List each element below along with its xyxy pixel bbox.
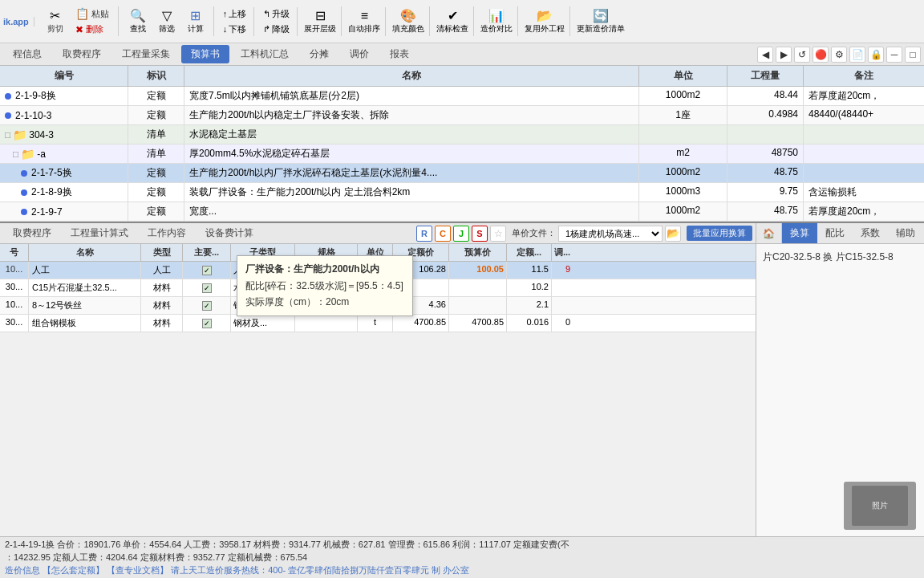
lower-td-type: 材料	[141, 315, 183, 332]
rp-tab-convert[interactable]: 换算	[782, 223, 817, 243]
col-header-id: 编号	[0, 66, 128, 86]
tab-materials[interactable]: 工料机汇总	[231, 45, 298, 63]
check-button[interactable]: ✔ 清标检查	[432, 6, 474, 36]
row-name: 宽度7.5ml以内摊铺机铺筑底基层(分2层)	[184, 87, 639, 105]
rp-tab-ratio[interactable]: 配比	[817, 223, 853, 243]
table-row[interactable]: 2-1-9-7 定额 宽度... 1000m2 48.75 若厚度超20cm，	[0, 202, 924, 222]
row-tag: 定额	[128, 164, 184, 182]
rp-tab-coeff[interactable]: 系数	[853, 223, 888, 243]
lower-tab-work-content[interactable]: 工作内容	[138, 225, 196, 242]
lower-col-fixed-qty: 定额...	[507, 244, 552, 261]
tab-quantity-collect[interactable]: 工程量采集	[112, 45, 180, 63]
cut-button[interactable]: ✂ 剪切	[41, 6, 70, 36]
upgrade-button[interactable]: ↰升级	[261, 7, 292, 21]
update-price-button[interactable]: 🔄 更新造价清单	[572, 6, 630, 36]
row-id: 2-1-9-8换	[0, 87, 128, 105]
row-name: 装载厂拌设备：生产能力200t/h以内 定土混合料2km	[184, 183, 639, 201]
nav-minimize-icon[interactable]: ─	[886, 47, 902, 63]
auto-sort-button[interactable]: ≡ 自动排序	[343, 7, 386, 36]
arrow-down-icon: ↓	[223, 24, 228, 34]
lower-icon-star[interactable]: ☆	[490, 226, 506, 242]
row-note	[804, 144, 924, 163]
row-unit: 1000m2	[639, 202, 727, 221]
lower-icon-s[interactable]: S	[472, 226, 488, 242]
rp-tab-home[interactable]: 🏠	[756, 223, 782, 243]
rp-tab-aux[interactable]: 辅助	[888, 223, 923, 243]
tab-project-info[interactable]: 程信息	[3, 45, 51, 63]
row-name: 宽度...	[184, 202, 639, 221]
col-header-tag: 标识	[128, 66, 184, 86]
lower-td-budget-price	[449, 297, 507, 314]
lower-td-num: 10...	[0, 262, 29, 279]
lower-tab-fees[interactable]: 取费程序	[3, 225, 61, 242]
row-qty: 48.44	[727, 87, 804, 105]
nav-next-icon[interactable]: ▶	[776, 47, 792, 63]
status-row-2: ：14232.95 定额人工费：4204.64 定额材料费：9352.77 定额…	[5, 552, 919, 564]
table-row[interactable]: □ 📁 304-3 清单 水泥稳定土基层	[0, 125, 924, 144]
reuse-icon: 📂	[537, 8, 553, 23]
price-compare-button[interactable]: 📊 造价对比	[476, 6, 518, 36]
tab-distribute[interactable]: 分摊	[300, 45, 338, 63]
lower-tab-equip-fees[interactable]: 设备费计算	[196, 225, 263, 242]
lower-icon-c[interactable]: C	[435, 226, 451, 242]
reuse-project-button[interactable]: 📂 复用外工程	[520, 6, 570, 36]
delete-icon: ✖	[75, 24, 83, 35]
row-name: 生产能力200t/h以内厂拌水泥碎石稳定土基层(水泥剂量4....	[184, 164, 639, 182]
move-down-button[interactable]: ↓下移	[221, 22, 249, 36]
lower-tabbar: 取费程序 工程量计算式 工作内容 设备费计算 R C J S ☆ 单价文件： 1…	[0, 223, 756, 244]
tab-adjust[interactable]: 调价	[340, 45, 379, 63]
main-content: 编号 标识 名称 单位 工程量 备注 2-1-9-8换 定额 宽度7.5ml以内…	[0, 66, 924, 578]
unit-file-folder-icon[interactable]: 📂	[665, 226, 681, 242]
downgrade-button[interactable]: ↱降级	[261, 22, 292, 36]
list-item[interactable]: 30... 组合钢模板 材料 ✓ 钢材及... t 4700.85 4700.8…	[0, 315, 756, 332]
lower-td-name: 人工	[29, 262, 141, 279]
tab-budget[interactable]: 预算书	[181, 45, 229, 63]
table-row[interactable]: □ 📁 -a 清单 厚200mm4.5%水泥稳定碎石基层 m2 48750	[0, 144, 924, 164]
upper-table-header: 编号 标识 名称 单位 工程量 备注	[0, 66, 924, 87]
lower-icon-r[interactable]: R	[416, 226, 432, 242]
lower-icon-j[interactable]: J	[453, 226, 469, 242]
row-qty: 48.75	[727, 202, 804, 221]
lower-tab-qty-calc[interactable]: 工程量计算式	[61, 225, 138, 242]
row-name: 生产能力200t/h以内稳定土厂拌设备安装、拆除	[184, 106, 639, 124]
lower-td-check[interactable]: ✓	[183, 262, 231, 279]
lower-td-check[interactable]: ✓	[183, 279, 231, 296]
status-row-1: 2-1-4-19-1换 合价：18901.76 单价：4554.64 人工费：3…	[5, 539, 919, 551]
expand-levels-button[interactable]: ⊟ 展开层级	[299, 6, 342, 36]
tab-fees[interactable]: 取费程序	[53, 45, 111, 63]
nav-extra-icon[interactable]: 🔴	[813, 47, 829, 63]
upper-table: 编号 标识 名称 单位 工程量 备注 2-1-9-8换 定额 宽度7.5ml以内…	[0, 66, 924, 223]
lower-col-budget-price: 预算价	[449, 244, 507, 261]
calc-button[interactable]: ⊞ 计算	[183, 6, 209, 36]
batch-apply-button[interactable]: 批量应用换算	[687, 226, 752, 241]
table-row[interactable]: 2-1-8-9换 定额 装载厂拌设备：生产能力200t/h以内 定土混合料2km…	[0, 183, 924, 202]
find-button[interactable]: 🔍 查找	[125, 6, 151, 36]
col-header-name: 名称	[184, 66, 639, 86]
nav-settings-icon[interactable]: ⚙	[831, 47, 847, 63]
nav-prev-icon[interactable]: ◀	[757, 47, 773, 63]
table-row[interactable]: 2-1-9-8换 定额 宽度7.5ml以内摊铺机铺筑底基层(分2层) 1000m…	[0, 87, 924, 106]
move-up-button[interactable]: ↑上移	[221, 7, 249, 21]
fill-color-button[interactable]: 🎨 填充颜色	[387, 6, 430, 36]
nav-maximize-icon[interactable]: □	[905, 47, 921, 63]
lower-td-check[interactable]: ✓	[183, 297, 231, 314]
tooltip-line-3: 实际厚度（cm）：20cm	[245, 295, 404, 309]
lower-td-check[interactable]: ✓	[183, 315, 231, 332]
nav-lock-icon[interactable]: 🔒	[868, 47, 884, 63]
row-note	[804, 125, 924, 144]
unit-file-select[interactable]: 1杨建虎机场高速...	[558, 226, 663, 242]
filter-button[interactable]: ▽ 筛选	[154, 6, 180, 36]
row-note: 含运输损耗	[804, 183, 924, 201]
row-unit: 1000m2	[639, 87, 727, 105]
table-row[interactable]: 2-1-7-5换 定额 生产能力200t/h以内厂拌水泥碎石稳定土基层(水泥剂量…	[0, 164, 924, 183]
paste-button[interactable]: 📋 粘贴	[71, 6, 113, 21]
nav-copy-icon[interactable]: 📄	[849, 47, 865, 63]
status-bar: 2-1-4-19-1换 合价：18901.76 单价：4554.64 人工费：3…	[0, 536, 924, 578]
table-row[interactable]: 2-1-10-3 定额 生产能力200t/h以内稳定土厂拌设备安装、拆除 1座 …	[0, 106, 924, 125]
delete-button[interactable]: ✖ 删除	[71, 22, 113, 36]
nav-refresh-icon[interactable]: ↺	[794, 47, 810, 63]
lower-td-type: 材料	[141, 297, 183, 314]
tab-report[interactable]: 报表	[380, 45, 419, 63]
row-id: 2-1-7-5换	[0, 164, 128, 182]
tooltip-line-1: 厂拌设备：生产能力200t/h以内	[245, 263, 404, 276]
